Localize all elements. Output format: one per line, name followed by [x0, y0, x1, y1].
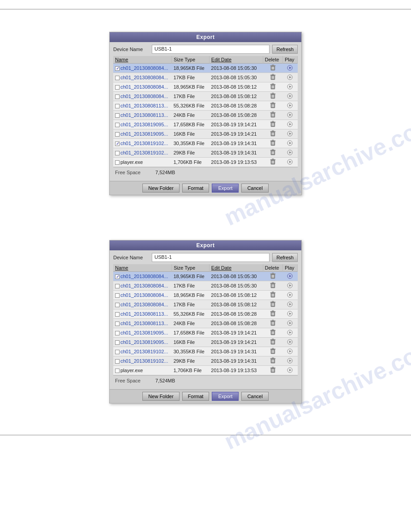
file-size-cell: 17KB File	[171, 300, 209, 309]
file-play-cell[interactable]	[283, 73, 297, 82]
file-delete-cell[interactable]	[263, 347, 283, 356]
table-row[interactable]: ✓ ch01_20130808084... 18,965KB File 2013…	[113, 64, 298, 73]
table-row[interactable]: ch01_20130808084... 17KB File 2013-08-08…	[113, 281, 298, 291]
file-play-cell[interactable]	[283, 347, 297, 356]
file-delete-cell[interactable]	[263, 120, 283, 129]
table-row[interactable]: ch01_20130808084... 17KB File 2013-08-08…	[113, 300, 298, 309]
file-delete-cell[interactable]	[263, 272, 283, 281]
table-row[interactable]: ch01_20130808113... 55,326KB File 2013-0…	[113, 101, 298, 111]
new-folder-button-1[interactable]: New Folder	[142, 184, 179, 193]
table-row[interactable]: ✓ ch01_20130819102... 30,355KB File 2013…	[113, 139, 298, 148]
file-delete-cell[interactable]	[263, 73, 283, 82]
file-delete-cell[interactable]	[263, 129, 283, 139]
cancel-button-1[interactable]: Cancel	[241, 184, 268, 193]
col-play-2: Play	[283, 264, 297, 272]
format-button-2[interactable]: Format	[182, 392, 210, 401]
file-play-cell[interactable]	[283, 82, 297, 92]
table-row[interactable]: player.exe 1,706KB File 2013-08-19 19:13…	[113, 158, 298, 167]
table-row[interactable]: ch01_20130808113... 55,326KB File 2013-0…	[113, 309, 298, 319]
file-date-cell: 2013-08-19 19:13:53	[209, 366, 263, 375]
file-delete-cell[interactable]	[263, 158, 283, 167]
export-dialog-1: Export Device Name USB1-1 Refresh Name S…	[109, 32, 302, 195]
svg-rect-58	[272, 131, 274, 132]
file-delete-cell[interactable]	[263, 319, 283, 328]
file-delete-cell[interactable]	[263, 300, 283, 309]
col-name-1: Name	[113, 56, 171, 64]
table-row[interactable]: ch01_20130819102... 30,355KB File 2013-0…	[113, 347, 298, 356]
file-play-cell[interactable]	[283, 356, 297, 366]
cancel-button-2[interactable]: Cancel	[241, 392, 268, 401]
table-row[interactable]: player.exe 1,706KB File 2013-08-19 19:13…	[113, 366, 298, 375]
table-row[interactable]: ✓ ch01_20130808084... 18,965KB File 2013…	[113, 272, 298, 281]
file-play-cell[interactable]	[283, 281, 297, 291]
file-size-cell: 55,326KB File	[171, 101, 209, 111]
table-row[interactable]: ch01_20130819095... 16KB File 2013-08-19…	[113, 129, 298, 139]
file-play-cell[interactable]	[283, 139, 297, 148]
table-row[interactable]: ch01_20130808084... 18,965KB File 2013-0…	[113, 82, 298, 92]
refresh-button-1[interactable]: Refresh	[272, 45, 298, 54]
file-play-cell[interactable]	[283, 300, 297, 309]
file-delete-cell[interactable]	[263, 64, 283, 73]
file-date-cell: 2013-08-19 19:14:31	[209, 139, 263, 148]
file-name-cell: ✓ ch01_20130819102...	[113, 139, 171, 148]
file-size-cell: 1,706KB File	[171, 158, 209, 167]
file-delete-cell[interactable]	[263, 139, 283, 148]
file-play-cell[interactable]	[283, 338, 297, 347]
file-size-cell: 55,326KB File	[171, 309, 209, 319]
file-play-cell[interactable]	[283, 101, 297, 111]
table-row[interactable]: ch01_20130819102... 29KB File 2013-08-19…	[113, 356, 298, 366]
refresh-button-2[interactable]: Refresh	[272, 253, 298, 262]
table-row[interactable]: ch01_20130808084... 18,965KB File 2013-0…	[113, 291, 298, 300]
file-date-cell: 2013-08-19 19:14:31	[209, 347, 263, 356]
table-row[interactable]: ch01_20130808084... 17KB File 2013-08-08…	[113, 73, 298, 82]
file-play-cell[interactable]	[283, 92, 297, 101]
file-delete-cell[interactable]	[263, 356, 283, 366]
export-button-1[interactable]: Export	[212, 184, 239, 193]
device-row-2: Device Name USB1-1 Refresh	[113, 253, 298, 262]
table-row[interactable]: ch01_20130808113... 24KB File 2013-08-08…	[113, 319, 298, 328]
file-play-cell[interactable]	[283, 129, 297, 139]
svg-marker-31	[289, 95, 291, 97]
format-button-1[interactable]: Format	[182, 184, 210, 193]
file-play-cell[interactable]	[283, 64, 297, 73]
file-date-cell: 2013-08-08 15:08:28	[209, 309, 263, 319]
table-row[interactable]: ch01_20130808084... 17KB File 2013-08-08…	[113, 92, 298, 101]
file-delete-cell[interactable]	[263, 309, 283, 319]
table-row[interactable]: ch01_20130819095... 17,658KB File 2013-0…	[113, 120, 298, 129]
col-delete-2: Delete	[263, 264, 283, 272]
file-delete-cell[interactable]	[263, 148, 283, 158]
svg-rect-18	[272, 84, 274, 85]
file-play-cell[interactable]	[283, 366, 297, 375]
file-size-cell: 18,965KB File	[171, 64, 209, 73]
file-play-cell[interactable]	[283, 309, 297, 319]
file-date-cell: 2013-08-08 15:05:30	[209, 272, 263, 281]
file-delete-cell[interactable]	[263, 111, 283, 120]
file-delete-cell[interactable]	[263, 366, 283, 375]
new-folder-button-2[interactable]: New Folder	[142, 392, 179, 401]
file-play-cell[interactable]	[283, 120, 297, 129]
file-delete-cell[interactable]	[263, 338, 283, 347]
svg-marker-79	[289, 151, 291, 154]
file-play-cell[interactable]	[283, 158, 297, 167]
file-play-cell[interactable]	[283, 291, 297, 300]
export-button-2[interactable]: Export	[212, 392, 239, 401]
file-size-cell: 17KB File	[171, 281, 209, 291]
file-play-cell[interactable]	[283, 111, 297, 120]
table-row[interactable]: ch01_20130808113... 24KB File 2013-08-08…	[113, 111, 298, 120]
file-play-cell[interactable]	[283, 272, 297, 281]
file-delete-cell[interactable]	[263, 291, 283, 300]
table-row[interactable]: ch01_20130819102... 29KB File 2013-08-19…	[113, 148, 298, 158]
file-date-cell: 2013-08-19 19:14:21	[209, 120, 263, 129]
table-row[interactable]: ch01_20130819095... 17,658KB File 2013-0…	[113, 328, 298, 338]
file-delete-cell[interactable]	[263, 82, 283, 92]
file-delete-cell[interactable]	[263, 92, 283, 101]
file-play-cell[interactable]	[283, 328, 297, 338]
file-size-cell: 16KB File	[171, 338, 209, 347]
table-row[interactable]: ch01_20130819095... 16KB File 2013-08-19…	[113, 338, 298, 347]
file-delete-cell[interactable]	[263, 281, 283, 291]
file-delete-cell[interactable]	[263, 328, 283, 338]
file-play-cell[interactable]	[283, 319, 297, 328]
svg-marker-159	[289, 350, 291, 352]
file-play-cell[interactable]	[283, 148, 297, 158]
file-delete-cell[interactable]	[263, 101, 283, 111]
